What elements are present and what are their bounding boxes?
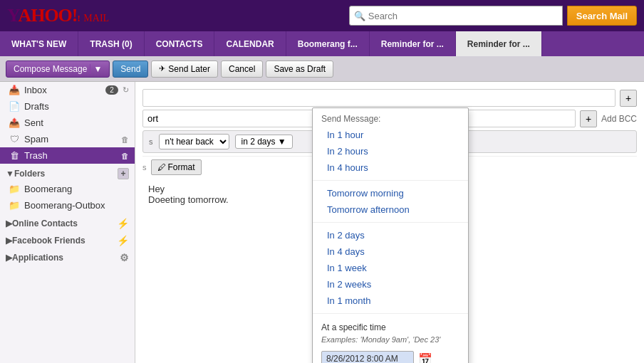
spam-delete-icon[interactable]: 🗑 xyxy=(121,135,129,144)
logo-mail-text: MAIL xyxy=(83,13,109,23)
dropdown-item-tomorrow-morning[interactable]: Tomorrow morning xyxy=(313,185,468,201)
online-contacts-label: Online Contacts xyxy=(12,219,78,228)
boomerang-toolbar-label: s xyxy=(149,137,153,146)
send-later-icon: ✈ xyxy=(159,64,165,73)
yahoo-logo: YAHOO!! MAIL xyxy=(7,5,109,26)
dropdown-item-4hours[interactable]: In 4 hours xyxy=(313,159,468,176)
online-contacts-arrow-icon: ▶ xyxy=(6,219,12,228)
sidebar-item-trash[interactable]: 🗑 Trash 🗑 xyxy=(0,147,135,164)
trash-delete-icon[interactable]: 🗑 xyxy=(121,152,129,160)
logo-exclaim: ! xyxy=(78,13,80,23)
format-label: Format xyxy=(168,162,195,172)
applications-gear-icon: ⚙ xyxy=(120,252,129,263)
folder-boomerang-icon: 📁 xyxy=(9,184,20,194)
spam-icon: 🛡 xyxy=(9,134,20,144)
dropdown-item-1month[interactable]: In 1 month xyxy=(313,293,468,309)
dropdown-item-2days[interactable]: In 2 days xyxy=(313,227,468,243)
calendar-picker-icon[interactable]: 📅 xyxy=(418,352,432,364)
search-magnifier-icon: 🔍 xyxy=(354,11,365,21)
sidebar-item-boomerang-outbox[interactable]: 📁 Boomerang-Outbox xyxy=(0,197,135,214)
online-contacts-section[interactable]: ▶ Online Contacts ⚡ xyxy=(0,214,135,231)
nav-whats-new[interactable]: WHAT'S NEW xyxy=(0,31,78,56)
send-button[interactable]: Send xyxy=(113,60,148,78)
to-input[interactable] xyxy=(142,89,616,107)
search-input[interactable] xyxy=(368,11,558,21)
sent-icon: 📤 xyxy=(9,117,20,128)
inbox-badge: 2 xyxy=(105,85,118,95)
add-bcc-button[interactable]: Add BCC xyxy=(601,114,637,124)
to-add-button[interactable]: + xyxy=(620,90,637,107)
format-button[interactable]: 🖊 Format xyxy=(151,159,202,175)
folders-label: Folders xyxy=(14,169,45,179)
sidebar-item-spam[interactable]: 🛡 Spam 🗑 xyxy=(0,131,135,147)
content-area: + + Add BCC s n't hear back in 2 days ▼ … xyxy=(135,82,644,363)
inbox-label: Inbox xyxy=(24,85,101,95)
format-icon: 🖊 xyxy=(157,162,166,172)
search-input-wrapper: 🔍 xyxy=(349,6,563,26)
body-text-suffix: eeting tomorrow. xyxy=(160,194,229,205)
dropdown-section-label: Send Message: xyxy=(313,108,468,127)
sent-label: Sent xyxy=(24,117,129,128)
sidebar-item-inbox[interactable]: 📥 Inbox 2 ↻ xyxy=(0,82,135,98)
boomerang-select[interactable]: n't hear back xyxy=(159,134,229,149)
sidebar-item-drafts[interactable]: 📄 Drafts xyxy=(0,98,135,115)
nav-contacts[interactable]: CONTACTS xyxy=(145,31,215,56)
folder-boomerang-outbox-icon: 📁 xyxy=(9,200,20,211)
folders-arrow-icon: ▼ xyxy=(6,169,14,179)
send-later-label: Send Later xyxy=(168,64,210,74)
nav-boomerang[interactable]: Boomerang f... xyxy=(286,31,370,56)
nav-reminder1[interactable]: Reminder for ... xyxy=(370,31,456,56)
save-draft-button[interactable]: Save as Draft xyxy=(266,60,333,78)
subject-add-button[interactable]: + xyxy=(580,110,597,127)
facebook-friends-section[interactable]: ▶ Facebook Friends ⚡ xyxy=(0,231,135,248)
dropdown-item-4days[interactable]: In 4 days xyxy=(313,243,468,260)
drafts-label: Drafts xyxy=(24,101,129,112)
main-layout: 📥 Inbox 2 ↻ 📄 Drafts 📤 Sent 🛡 Spam 🗑 🗑 T… xyxy=(0,82,644,363)
logo-y: Y xyxy=(7,5,18,26)
facebook-friends-arrow-icon: ▶ xyxy=(6,236,12,246)
dropdown-examples: Examples: 'Monday 9am', 'Dec 23' xyxy=(313,334,468,348)
send-later-button[interactable]: ✈ Send Later xyxy=(151,60,218,78)
search-mail-button[interactable]: Search Mail xyxy=(567,6,637,26)
applications-arrow-icon: ▶ xyxy=(6,253,12,263)
dropdown-item-2hours[interactable]: In 2 hours xyxy=(313,143,468,159)
trash-label: Trash xyxy=(24,150,117,161)
trash-icon: 🗑 xyxy=(9,150,20,161)
nav-reminder2[interactable]: Reminder for ... xyxy=(456,31,542,56)
navbar: WHAT'S NEW TRASH (0) CONTACTS CALENDAR B… xyxy=(0,31,644,56)
header: YAHOO!! MAIL 🔍 Search Mail xyxy=(0,0,644,31)
dropdown-item-2weeks[interactable]: In 2 weeks xyxy=(313,276,468,293)
facebook-bolt-icon: ⚡ xyxy=(117,235,129,246)
dropdown-divider-1 xyxy=(313,180,468,181)
applications-label: Applications xyxy=(12,253,63,263)
boomerang-outbox-label: Boomerang-Outbox xyxy=(24,200,129,211)
facebook-friends-label: Facebook Friends xyxy=(12,236,85,246)
compose-label: Compose Message xyxy=(14,64,87,74)
dropdown-item-1week[interactable]: In 1 week xyxy=(313,260,468,276)
dropdown-divider-3 xyxy=(313,313,468,314)
compose-toolbar-label: s xyxy=(142,163,147,172)
to-row: + xyxy=(142,89,637,107)
dropdown-date-input[interactable] xyxy=(321,351,414,363)
nav-trash[interactable]: TRASH (0) xyxy=(78,31,144,56)
online-contacts-bolt-icon: ⚡ xyxy=(117,218,129,229)
nav-calendar[interactable]: CALENDAR xyxy=(214,31,286,56)
cancel-button[interactable]: Cancel xyxy=(221,60,263,78)
boomerang-folder-label: Boomerang xyxy=(24,184,129,194)
search-area: 🔍 Search Mail xyxy=(349,6,637,26)
compose-dropdown-icon[interactable]: ▼ xyxy=(90,64,102,74)
dropdown-item-tomorrow-afternoon[interactable]: Tomorrow afternoon xyxy=(313,201,468,218)
dropdown-item-1hour[interactable]: In 1 hour xyxy=(313,127,468,143)
dropdown-date-row: 📅 xyxy=(313,348,468,363)
toolbar: Compose Message ▼ Send ✈ Send Later Canc… xyxy=(0,56,644,82)
sidebar-item-sent[interactable]: 📤 Sent xyxy=(0,115,135,131)
sidebar-item-boomerang[interactable]: 📁 Boomerang xyxy=(0,181,135,197)
drafts-icon: 📄 xyxy=(9,101,20,112)
compose-button[interactable]: Compose Message ▼ xyxy=(6,60,110,78)
folders-section-header[interactable]: ▼ Folders + xyxy=(0,164,135,181)
inbox-icon: 📥 xyxy=(9,85,20,95)
inbox-refresh-icon[interactable]: ↻ xyxy=(123,85,129,95)
add-folder-button[interactable]: + xyxy=(118,168,129,179)
dropdown-divider-2 xyxy=(313,222,468,223)
applications-section[interactable]: ▶ Applications ⚙ xyxy=(0,248,135,265)
